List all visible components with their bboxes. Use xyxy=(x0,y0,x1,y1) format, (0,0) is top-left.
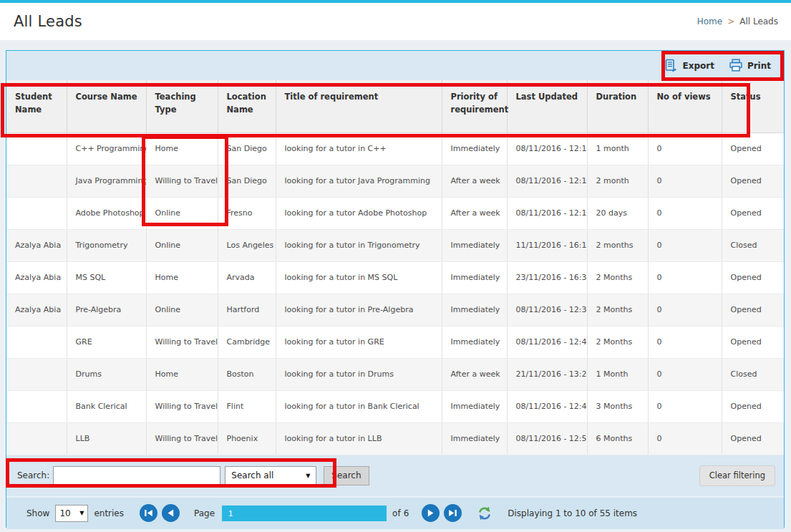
search-button[interactable]: Search xyxy=(324,466,369,485)
table-toolbar: Export Print xyxy=(6,51,784,80)
breadcrumb: Home > All Leads xyxy=(697,16,778,26)
table-cell: San Diego xyxy=(218,165,276,197)
table-row[interactable]: DrumsHomeBostonlooking for a tutor in Dr… xyxy=(6,358,784,390)
table-cell: 08/11/2016 - 12:48 xyxy=(507,390,587,422)
table-row[interactable]: Adobe PhotoshopOnlineFresnolooking for a… xyxy=(6,197,784,229)
entries-label: entries xyxy=(94,508,124,518)
page-size-select[interactable]: 10 ▼ xyxy=(55,505,88,522)
table-cell: Bank Clerical xyxy=(67,390,146,422)
table-cell: 08/11/2016 - 12:55 xyxy=(507,422,587,455)
previous-page-button[interactable] xyxy=(162,504,180,522)
breadcrumb-current: All Leads xyxy=(739,16,778,26)
search-field-select[interactable]: Search all ▼ xyxy=(225,466,316,485)
table-cell: 20 days xyxy=(587,197,648,229)
search-label: Search: xyxy=(17,470,49,480)
page-number-input[interactable] xyxy=(222,506,387,521)
table-header: Student Name Course Name Teaching Type L… xyxy=(6,80,784,132)
pagination-bar: Show 10 ▼ entries Page of 6 xyxy=(6,496,784,529)
table-cell: Immediately xyxy=(442,132,507,165)
table-cell xyxy=(6,197,67,229)
print-button[interactable]: Print xyxy=(729,59,771,72)
column-header-last-updated[interactable]: Last Updated xyxy=(507,80,587,132)
table-cell: looking for a tutor Java Programming xyxy=(276,165,442,197)
screen: All Leads Home > All Leads Export xyxy=(0,0,791,40)
leads-table: Student Name Course Name Teaching Type L… xyxy=(6,80,784,455)
table-cell: 11/11/2016 - 16:11 xyxy=(507,229,587,261)
export-document-icon xyxy=(664,59,678,72)
column-header-location-name[interactable]: Location Name xyxy=(218,80,276,132)
table-cell: Opened xyxy=(722,326,784,358)
table-cell: 2 months xyxy=(587,229,648,261)
table-cell: Adobe Photoshop xyxy=(67,197,146,229)
page-title: All Leads xyxy=(14,13,82,30)
table-cell: Closed xyxy=(722,358,784,390)
table-cell: 21/11/2016 - 13:20 xyxy=(507,358,587,390)
first-page-button[interactable] xyxy=(140,504,157,522)
table-cell xyxy=(6,358,67,390)
table-cell: looking for a tutor in C++ xyxy=(276,132,442,165)
export-button[interactable]: Export xyxy=(664,59,714,72)
table-cell: Immediately xyxy=(442,294,507,326)
last-page-button[interactable] xyxy=(444,504,462,522)
table-cell: Azalya Abia xyxy=(6,229,67,261)
column-header-status[interactable]: Status xyxy=(722,80,784,132)
table-cell: 1 Month xyxy=(587,358,648,390)
refresh-icon[interactable] xyxy=(477,506,492,521)
table-cell: Opened xyxy=(722,132,784,165)
column-header-views[interactable]: No of views xyxy=(648,80,722,132)
table-row[interactable]: Azalya AbiaMS SQLHomeArvadalooking for a… xyxy=(6,261,784,294)
table-row[interactable]: Bank ClericalWilling to TravelFlintlooki… xyxy=(6,390,784,422)
column-header-student-name[interactable]: Student Name xyxy=(6,80,67,132)
table-cell: Immediately xyxy=(442,229,507,261)
search-input[interactable] xyxy=(53,466,220,485)
table-cell: 0 xyxy=(648,294,722,326)
table-row[interactable]: LLBWilling to TravelPhoenixlooking for a… xyxy=(6,422,784,455)
table-header-row: Student Name Course Name Teaching Type L… xyxy=(6,80,784,132)
column-header-teaching-type[interactable]: Teaching Type xyxy=(146,80,218,132)
table-cell: looking for a tutor in Pre-Algebra xyxy=(276,294,442,326)
table-row[interactable]: GREWilling to TravelCambridgelooking for… xyxy=(6,326,784,358)
table-cell: Home xyxy=(146,358,218,390)
table-cell: Closed xyxy=(722,229,784,261)
table-cell: MS SQL xyxy=(67,261,146,294)
search-field-selected-value: Search all xyxy=(231,470,273,480)
table-cell: looking for a tutor in Drums xyxy=(276,358,442,390)
chevron-down-icon: ▼ xyxy=(79,510,84,516)
table-body: C++ ProgrammingHomeSan Diegolooking for … xyxy=(6,132,784,455)
table-row[interactable]: C++ ProgrammingHomeSan Diegolooking for … xyxy=(6,132,784,165)
page-label: Page xyxy=(194,508,215,518)
clear-filtering-button[interactable]: Clear filtering xyxy=(699,465,775,486)
table-row[interactable]: Azalya AbiaPre-AlgebraOnlineHartfordlook… xyxy=(6,294,784,326)
table-cell xyxy=(6,390,67,422)
chevron-down-icon: ▼ xyxy=(306,473,310,479)
table-row[interactable]: Azalya AbiaTrigonometryOnlineLos Angeles… xyxy=(6,229,784,261)
table-cell: Immediately xyxy=(442,326,507,358)
column-header-title[interactable]: Title of requirement xyxy=(276,80,442,132)
table-cell: 0 xyxy=(648,261,722,294)
table-cell: 0 xyxy=(648,358,722,390)
table-cell: 0 xyxy=(648,197,722,229)
table-cell: 2 Months xyxy=(587,294,648,326)
table-cell: After a week xyxy=(442,165,507,197)
table-row[interactable]: Java ProgrammingWilling to TravelSan Die… xyxy=(6,165,784,197)
show-label: Show xyxy=(26,508,49,518)
table-cell: looking for a tutor Adobe Photoshop xyxy=(276,197,442,229)
table-cell xyxy=(6,132,67,165)
table-cell: Immediately xyxy=(442,390,507,422)
table-cell xyxy=(6,326,67,358)
table-cell: Online xyxy=(146,197,218,229)
table-cell: Drums xyxy=(67,358,146,390)
table-cell: Online xyxy=(146,229,218,261)
column-header-priority[interactable]: Priority of requirement xyxy=(442,80,507,132)
table-cell: C++ Programming xyxy=(67,132,146,165)
breadcrumb-home-link[interactable]: Home xyxy=(697,16,722,26)
next-page-button[interactable] xyxy=(422,504,440,522)
table-cell: 0 xyxy=(648,229,722,261)
column-header-duration[interactable]: Duration xyxy=(587,80,648,132)
column-header-course-name[interactable]: Course Name xyxy=(67,80,146,132)
table-cell: Willing to Travel xyxy=(146,422,218,455)
table-cell: looking for a tutor in GRE xyxy=(276,326,442,358)
table-cell: Phoenix xyxy=(218,422,276,455)
table-cell: Cambridge xyxy=(218,326,276,358)
breadcrumb-separator-icon: > xyxy=(727,16,734,26)
